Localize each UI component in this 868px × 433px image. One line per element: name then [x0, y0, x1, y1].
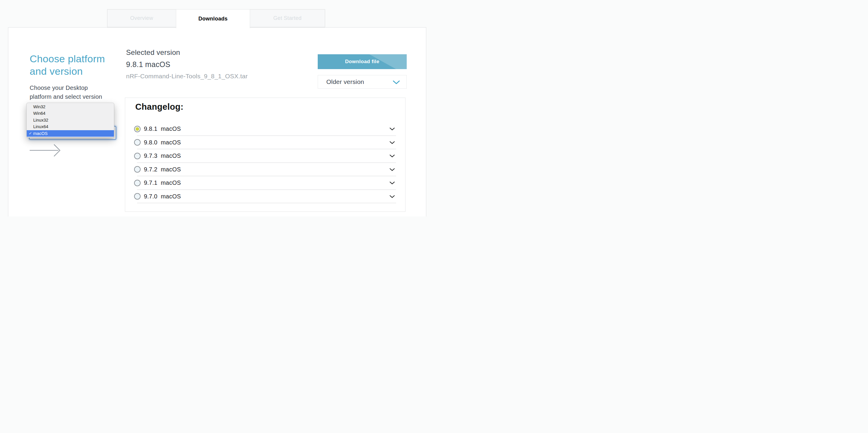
choose-platform-heading-line1: Choose platform [30, 53, 105, 65]
tab-downloads[interactable]: Downloads [176, 9, 250, 28]
older-version-label: Older version [326, 78, 364, 85]
changelog-row-9-7-1[interactable]: 9.7.1 macOS [125, 176, 405, 190]
description-line1: Choose your Desktop [30, 83, 102, 92]
changelog-platform: macOS [161, 152, 181, 159]
selected-version-label: Selected version [126, 48, 180, 57]
changelog-row-9-8-0[interactable]: 9.8.0 macOS [125, 136, 405, 150]
changelog-platform: macOS [161, 166, 181, 173]
menu-option-macos-label: macOS [33, 131, 48, 136]
changelog-row-9-7-2[interactable]: 9.7.2 macOS [125, 163, 405, 177]
changelog-panel: Changelog: 9.8.1 macOS 9.8.0 macOS 9.7.3… [125, 98, 405, 212]
changelog-version: 9.8.0 [144, 139, 161, 146]
changelog-list: 9.8.1 macOS 9.8.0 macOS 9.7.3 macOS 9.7.… [125, 122, 405, 203]
changelog-platform: macOS [161, 193, 181, 200]
changelog-row-9-7-0[interactable]: 9.7.0 macOS [125, 190, 405, 204]
chevron-down-icon [393, 81, 400, 84]
download-file-button[interactable]: Download file [318, 54, 407, 69]
changelog-version: 9.7.0 [144, 193, 161, 200]
changelog-version: 9.8.1 [144, 125, 161, 132]
changelog-version: 9.7.1 [144, 179, 161, 186]
radio-dot [135, 127, 139, 131]
tab-bar: Overview Downloads Get Started [107, 9, 325, 28]
changelog-heading: Changelog: [135, 102, 184, 112]
menu-option-win64[interactable]: Win64 [27, 110, 114, 117]
checkmark-icon: ✓ [29, 130, 32, 137]
radio-button[interactable] [134, 180, 141, 186]
arrow-right-icon [29, 144, 63, 158]
choose-platform-heading: Choose platform and version [30, 53, 105, 78]
chevron-down-icon[interactable] [389, 168, 395, 171]
menu-option-linux32[interactable]: Linux32 [27, 117, 114, 123]
chevron-down-icon[interactable] [389, 141, 395, 144]
changelog-platform: macOS [161, 125, 181, 132]
menu-option-linux64[interactable]: Linux64 [27, 123, 114, 130]
chevron-down-icon[interactable] [389, 195, 395, 198]
choose-platform-description: Choose your Desktop platform and select … [30, 83, 102, 101]
chevron-down-icon[interactable] [389, 181, 395, 184]
radio-button[interactable] [134, 153, 141, 159]
tab-overview[interactable]: Overview [107, 9, 176, 27]
changelog-row-9-8-1[interactable]: 9.8.1 macOS [125, 122, 405, 136]
changelog-platform: macOS [161, 179, 181, 186]
choose-platform-heading-line2: and version [30, 65, 105, 78]
chevron-down-icon[interactable] [389, 127, 395, 130]
platform-dropdown-menu: Win32 Win64 Linux32 Linux64 ✓ macOS [26, 103, 114, 137]
radio-button[interactable] [134, 139, 141, 146]
radio-button[interactable] [134, 166, 141, 173]
selected-version-value: 9.8.1 macOS [126, 60, 170, 69]
menu-option-macos[interactable]: ✓ macOS [27, 130, 114, 137]
older-version-dropdown[interactable]: Older version [318, 75, 407, 89]
download-file-label: Download file [345, 59, 379, 65]
radio-button[interactable] [134, 193, 141, 199]
selected-version-filename: nRF-Command-Line-Tools_9_8_1_OSX.tar [126, 73, 248, 80]
description-line2: platform and select version [30, 92, 102, 101]
changelog-platform: macOS [161, 139, 181, 146]
radio-button[interactable] [134, 126, 141, 132]
tab-get-started[interactable]: Get Started [250, 9, 325, 27]
changelog-version: 9.7.2 [144, 166, 161, 173]
changelog-row-9-7-3[interactable]: 9.7.3 macOS [125, 149, 405, 163]
chevron-down-icon[interactable] [389, 154, 395, 157]
menu-option-win32[interactable]: Win32 [27, 103, 114, 110]
changelog-version: 9.7.3 [144, 152, 161, 159]
